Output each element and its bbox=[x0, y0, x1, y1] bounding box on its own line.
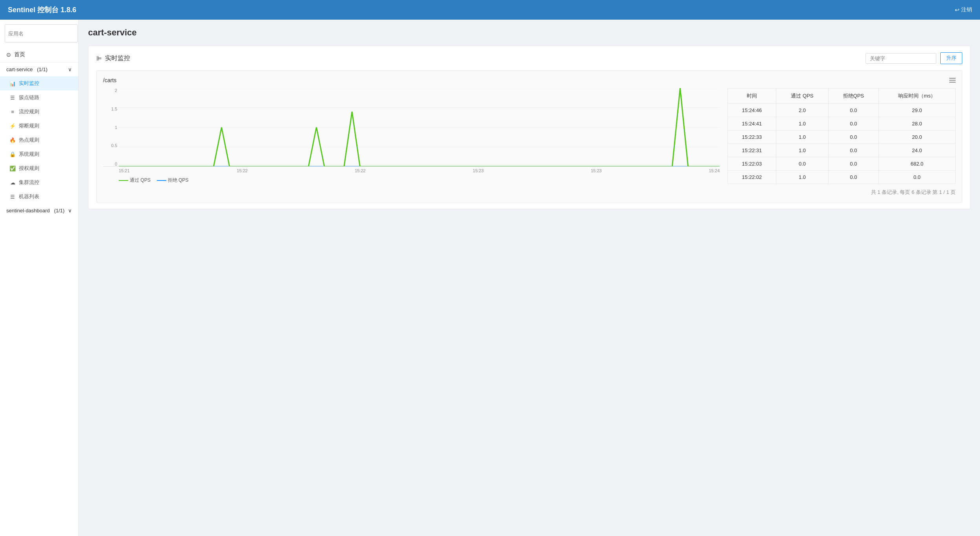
keyword-input[interactable] bbox=[866, 53, 936, 64]
sidebar-search-area: 搜索 bbox=[0, 20, 78, 47]
menu-item-label-hotspot: 热点规则 bbox=[19, 136, 39, 144]
cart-service-name: cart-service (1/1) bbox=[6, 66, 48, 72]
table-row: 15:22:021.00.00.0 bbox=[728, 171, 956, 184]
chevron-down-icon-2: ∨ bbox=[68, 208, 72, 214]
y-label-0: 0 bbox=[103, 162, 117, 166]
table-cell-pass: 2.0 bbox=[776, 104, 828, 117]
table-cell-block: 0.0 bbox=[829, 157, 879, 171]
monitor-content: 2 1.5 1 0.5 0 bbox=[103, 88, 956, 196]
table-row: 15:22:331.00.020.0 bbox=[728, 131, 956, 144]
logout-icon: ↩ bbox=[955, 7, 960, 13]
sidebar-item-circuit[interactable]: ⚡熔断规则 bbox=[0, 119, 78, 133]
page-title: cart-service bbox=[88, 28, 971, 38]
table-col-header-3: 响应时间（ms） bbox=[879, 88, 955, 104]
table-cell-block: 0.0 bbox=[829, 117, 879, 131]
menu-icon[interactable] bbox=[949, 78, 956, 83]
table-row: 15:24:411.00.028.0 bbox=[728, 117, 956, 131]
pagination: 共 1 条记录, 每页 6 条记录 第 1 / 1 页 bbox=[728, 189, 956, 196]
table-cell-block: 0.0 bbox=[829, 171, 879, 184]
legend-block: 拒绝 QPS bbox=[157, 177, 189, 184]
section-header: ⊫ 实时监控 升序 bbox=[96, 52, 962, 64]
y-label-1: 1 bbox=[103, 125, 117, 130]
chart-area: 2 1.5 1 0.5 0 bbox=[103, 88, 720, 196]
table-cell-response: 682.0 bbox=[879, 157, 955, 171]
table-col-header-0: 时间 bbox=[728, 88, 776, 104]
sidebar-item-cluster[interactable]: ☁集群流控 bbox=[0, 175, 78, 190]
monitor-panel-header: /carts bbox=[103, 77, 956, 83]
table-cell-pass: 1.0 bbox=[776, 144, 828, 157]
search-input[interactable] bbox=[5, 24, 78, 42]
table-cell-response: 0.0 bbox=[879, 171, 955, 184]
section-title: ⊫ 实时监控 bbox=[96, 54, 130, 63]
x-label-1: 15:21 bbox=[119, 168, 130, 173]
table-cell-pass: 1.0 bbox=[776, 117, 828, 131]
menu-item-label-system: 系统规则 bbox=[19, 151, 39, 158]
sidebar-item-machines[interactable]: ☰机器列表 bbox=[0, 190, 78, 204]
table-row: 15:22:030.00.0682.0 bbox=[728, 157, 956, 171]
sentinel-dashboard-name: sentinel-dashboard (1/1) bbox=[6, 208, 64, 214]
y-label-15: 1.5 bbox=[103, 107, 117, 111]
menu-item-icon-system: 🔒 bbox=[9, 151, 16, 157]
sort-button[interactable]: 升序 bbox=[940, 52, 962, 64]
legend-pass-label: 通过 QPS bbox=[130, 177, 151, 184]
table-cell-time: 15:22:33 bbox=[728, 131, 776, 144]
sidebar-item-simplepath[interactable]: ☰簇点链路 bbox=[0, 90, 78, 105]
menu-item-label-simplepath: 簇点链路 bbox=[19, 94, 39, 101]
menu-item-label-cluster: 集群流控 bbox=[19, 179, 39, 186]
y-axis: 2 1.5 1 0.5 0 bbox=[103, 88, 119, 166]
table-row: 15:22:311.00.024.0 bbox=[728, 144, 956, 157]
x-label-2: 15:22 bbox=[237, 168, 248, 173]
section-actions: 升序 bbox=[866, 52, 962, 64]
chart-icon: ⊫ bbox=[96, 55, 102, 62]
monitor-panel: /carts 2 1.5 1 0.5 bbox=[96, 70, 962, 203]
menu-item-icon-hotspot: 🔥 bbox=[9, 137, 16, 143]
sidebar-item-home[interactable]: ⊙ 首页 bbox=[0, 47, 78, 63]
menu-item-icon-cluster: ☁ bbox=[9, 180, 16, 186]
home-icon: ⊙ bbox=[6, 52, 11, 58]
menu-item-icon-realtime: 📊 bbox=[9, 81, 16, 87]
table-cell-time: 15:22:03 bbox=[728, 157, 776, 171]
sidebar-item-flow[interactable]: ≡流控规则 bbox=[0, 105, 78, 119]
table-cell-block: 0.0 bbox=[829, 131, 879, 144]
data-table-area: 时间通过 QPS拒绝QPS响应时间（ms） 15:24:462.00.029.0… bbox=[728, 88, 956, 196]
table-cell-time: 15:22:31 bbox=[728, 144, 776, 157]
app-layout: 搜索 ⊙ 首页 cart-service (1/1) ∨ 📊实时监控☰簇点链路≡… bbox=[0, 20, 980, 536]
table-cell-time: 15:24:46 bbox=[728, 104, 776, 117]
sidebar-item-hotspot[interactable]: 🔥热点规则 bbox=[0, 133, 78, 147]
menu-item-label-realtime: 实时监控 bbox=[19, 80, 39, 87]
menu-item-icon-flow: ≡ bbox=[9, 109, 16, 115]
menu-item-icon-circuit: ⚡ bbox=[9, 123, 16, 129]
sidebar-section-sentinel-dashboard[interactable]: sentinel-dashboard (1/1) ∨ bbox=[0, 204, 78, 217]
sidebar-item-system[interactable]: 🔒系统规则 bbox=[0, 147, 78, 161]
logout-button[interactable]: ↩ 注销 bbox=[955, 6, 972, 13]
menu-item-icon-simplepath: ☰ bbox=[9, 95, 16, 101]
sidebar-item-auth[interactable]: ✅授权规则 bbox=[0, 161, 78, 175]
data-table: 时间通过 QPS拒绝QPS响应时间（ms） 15:24:462.00.029.0… bbox=[728, 88, 956, 184]
table-cell-pass: 0.0 bbox=[776, 157, 828, 171]
y-label-2: 2 bbox=[103, 88, 117, 93]
x-label-3: 15:22 bbox=[355, 168, 366, 173]
chart-legend: 通过 QPS 拒绝 QPS bbox=[119, 177, 720, 184]
table-cell-response: 28.0 bbox=[879, 117, 955, 131]
x-label-5: 15:23 bbox=[591, 168, 602, 173]
sidebar-item-realtime[interactable]: 📊实时监控 bbox=[0, 76, 78, 90]
x-axis: 15:21 15:22 15:22 15:23 15:23 15:24 bbox=[119, 168, 720, 173]
table-cell-time: 15:22:02 bbox=[728, 171, 776, 184]
resource-name: /carts bbox=[103, 77, 116, 83]
sidebar: 搜索 ⊙ 首页 cart-service (1/1) ∨ 📊实时监控☰簇点链路≡… bbox=[0, 20, 79, 536]
chart-svg bbox=[119, 88, 720, 166]
table-cell-pass: 1.0 bbox=[776, 131, 828, 144]
menu-item-label-circuit: 熔断规则 bbox=[19, 122, 39, 129]
legend-pass: 通过 QPS bbox=[119, 177, 151, 184]
table-body: 15:24:462.00.029.015:24:411.00.028.015:2… bbox=[728, 104, 956, 184]
table-cell-block: 0.0 bbox=[829, 144, 879, 157]
legend-block-label: 拒绝 QPS bbox=[168, 177, 189, 184]
sidebar-section-cart-service[interactable]: cart-service (1/1) ∨ bbox=[0, 63, 78, 76]
main-content: cart-service ⊫ 实时监控 升序 /carts bbox=[79, 20, 980, 536]
menu-item-label-machines: 机器列表 bbox=[19, 193, 39, 200]
y-label-05: 0.5 bbox=[103, 143, 117, 148]
table-col-header-2: 拒绝QPS bbox=[829, 88, 879, 104]
monitor-card: ⊫ 实时监控 升序 /carts bbox=[88, 46, 971, 209]
table-cell-response: 24.0 bbox=[879, 144, 955, 157]
app-title: Sentinel 控制台 1.8.6 bbox=[8, 5, 76, 15]
